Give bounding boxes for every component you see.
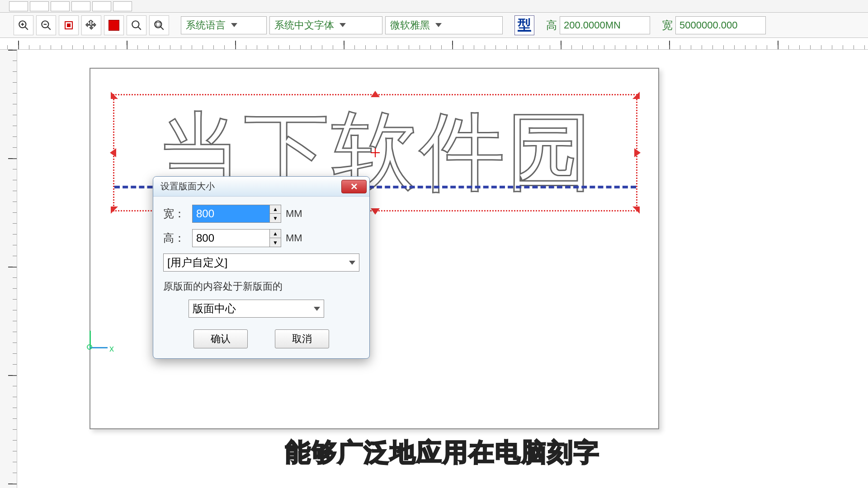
unit-label: MM xyxy=(286,232,302,244)
zoom-out-icon[interactable] xyxy=(36,15,56,35)
preset-select[interactable]: [用户自定义] xyxy=(163,253,359,272)
resize-handle-bc[interactable] xyxy=(371,208,380,215)
pan-icon[interactable] xyxy=(81,15,101,35)
zoom-page-icon[interactable] xyxy=(149,15,169,35)
width-input[interactable]: 5000000.000 xyxy=(675,16,766,34)
main-toolbar: 系统语言 系统中文字体 微软雅黑 型 高 200.0000MN 宽 500000… xyxy=(0,13,868,38)
close-button[interactable]: ✕ xyxy=(341,180,367,193)
svg-line-12 xyxy=(160,27,164,30)
toolbar-button[interactable] xyxy=(113,1,132,11)
dialog-titlebar[interactable]: 设置版面大小 ✕ xyxy=(153,177,369,197)
fill-color-icon[interactable] xyxy=(104,15,124,35)
toolbar-button[interactable] xyxy=(51,1,70,11)
canvas[interactable]: 当下软件园 x 设置版面大小 ✕ xyxy=(17,50,868,488)
dialog-width-spinner[interactable]: ▲ ▼ xyxy=(192,205,281,223)
ok-button[interactable]: 确认 xyxy=(193,329,248,348)
spin-down-icon[interactable]: ▼ xyxy=(270,238,281,247)
top-toolbar-stub xyxy=(0,0,868,13)
language-select-value: 系统语言 xyxy=(186,19,226,32)
svg-point-9 xyxy=(132,21,139,28)
svg-point-11 xyxy=(155,21,161,28)
svg-rect-8 xyxy=(67,23,71,27)
dialog-width-label: 宽： xyxy=(163,206,188,221)
resize-handle-tc[interactable] xyxy=(371,91,380,97)
toolbar-button[interactable] xyxy=(30,1,49,11)
chevron-down-icon xyxy=(231,23,237,27)
zoom-selection-icon[interactable] xyxy=(59,15,79,35)
resize-handle-lc[interactable] xyxy=(110,148,116,157)
resize-handle-br[interactable] xyxy=(632,206,640,214)
language-select[interactable]: 系统语言 xyxy=(181,16,267,34)
toolbar-button[interactable] xyxy=(71,1,90,11)
preset-value: [用户自定义] xyxy=(167,255,227,270)
svg-line-10 xyxy=(138,27,141,30)
chevron-down-icon xyxy=(314,307,320,311)
dialog-height-spinner[interactable]: ▲ ▼ xyxy=(192,229,281,247)
zoom-fit-icon[interactable] xyxy=(127,15,146,35)
toolbar-button[interactable] xyxy=(92,1,111,11)
resize-handle-tr[interactable] xyxy=(632,92,640,99)
resize-handle-bl[interactable] xyxy=(111,206,118,214)
cancel-button[interactable]: 取消 xyxy=(275,329,329,348)
font-family-select[interactable]: 系统中文字体 xyxy=(269,16,382,34)
chevron-down-icon xyxy=(340,23,346,27)
width-label: 宽 xyxy=(662,18,673,33)
anchor-note: 原版面的内容处于新版面的 xyxy=(163,280,359,293)
svg-line-5 xyxy=(47,27,51,30)
horizontal-ruler xyxy=(0,38,868,50)
height-input[interactable]: 200.0000MN xyxy=(560,16,650,34)
unit-label: MM xyxy=(286,208,302,220)
resize-handle-rc[interactable] xyxy=(634,148,641,157)
anchor-value: 版面中心 xyxy=(193,301,236,316)
spin-up-icon[interactable]: ▲ xyxy=(270,205,281,214)
toolbar-button[interactable] xyxy=(9,1,28,11)
dialog-width-input[interactable] xyxy=(193,205,269,222)
origin-x-label: x xyxy=(109,343,114,354)
dialog-title: 设置版面大小 xyxy=(160,180,215,192)
font-family-value: 系统中文字体 xyxy=(274,19,334,32)
font-style-select[interactable]: 微软雅黑 xyxy=(385,16,503,34)
width-value: 5000000.000 xyxy=(679,19,737,31)
font-style-value: 微软雅黑 xyxy=(390,19,430,32)
resize-handle-tl[interactable] xyxy=(111,92,118,99)
height-value: 200.0000MN xyxy=(564,19,621,31)
spin-down-icon[interactable]: ▼ xyxy=(270,214,281,222)
svg-line-1 xyxy=(25,27,28,30)
chevron-down-icon xyxy=(349,261,355,265)
origin-marker: x xyxy=(77,331,104,358)
height-label: 高 xyxy=(546,18,557,33)
close-icon: ✕ xyxy=(350,181,358,192)
subtitle-overlay: 能够广泛地应用在电脑刻字 xyxy=(285,436,600,470)
dialog-height-input[interactable] xyxy=(193,230,269,247)
page-size-dialog: 设置版面大小 ✕ 宽： ▲ ▼ MM xyxy=(153,176,370,359)
dialog-height-label: 高： xyxy=(163,231,188,245)
anchor-select[interactable]: 版面中心 xyxy=(189,300,324,318)
zoom-in-icon[interactable] xyxy=(14,15,33,35)
spin-up-icon[interactable]: ▲ xyxy=(270,230,281,238)
vertical-ruler xyxy=(0,50,17,488)
svg-rect-13 xyxy=(156,22,160,26)
selection-center-icon xyxy=(371,148,380,157)
chevron-down-icon xyxy=(435,23,442,27)
type-button[interactable]: 型 xyxy=(514,15,534,35)
work-area: 当下软件园 x 设置版面大小 ✕ xyxy=(0,50,868,488)
